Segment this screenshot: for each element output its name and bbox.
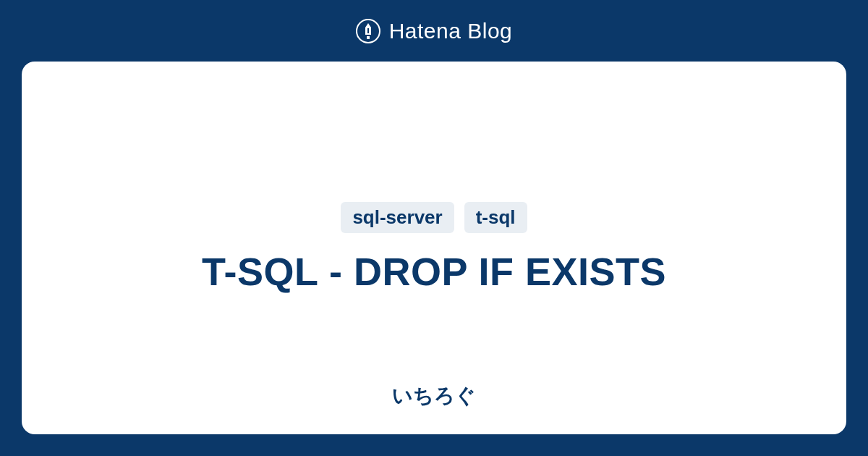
svg-rect-0 xyxy=(367,28,369,33)
tag-list: sql-server t-sql xyxy=(341,202,527,233)
brand-name: Hatena Blog xyxy=(389,19,513,43)
article-card: sql-server t-sql T-SQL - DROP IF EXISTS … xyxy=(22,62,846,434)
header: Hatena Blog xyxy=(0,0,868,62)
article-title: T-SQL - DROP IF EXISTS xyxy=(202,249,666,294)
tag[interactable]: sql-server xyxy=(341,202,454,233)
author-name: いちろぐ xyxy=(392,382,476,410)
tag[interactable]: t-sql xyxy=(464,202,527,233)
hatena-pen-icon xyxy=(356,19,380,43)
